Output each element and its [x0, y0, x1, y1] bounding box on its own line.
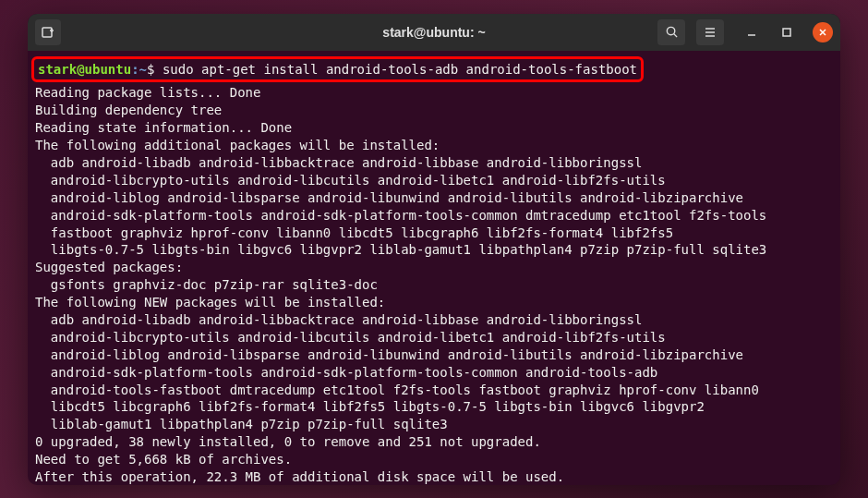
output-line: android-sdk-platform-tools android-sdk-p…: [35, 365, 657, 380]
output-line: android-libcrypto-utils android-libcutil…: [35, 173, 666, 188]
command-text: sudo apt-get install android-tools-adb a…: [154, 62, 637, 77]
output-line: fastboot graphviz hprof-conv libann0 lib…: [35, 225, 673, 240]
svg-rect-9: [783, 29, 790, 36]
svg-rect-0: [42, 28, 52, 37]
output-line: Suggested packages:: [35, 260, 183, 274]
output-line: gsfonts graphviz-doc p7zip-rar sqlite3-d…: [35, 277, 378, 292]
maximize-icon: [781, 27, 792, 38]
svg-point-3: [667, 27, 674, 34]
output-line: android-sdk-platform-tools android-sdk-p…: [35, 208, 766, 223]
output-line: android-tools-fastboot dmtracedump etc1t…: [35, 383, 759, 397]
close-button[interactable]: [813, 22, 833, 43]
svg-line-4: [673, 34, 676, 37]
output-line: adb android-libadb android-libbacktrace …: [35, 312, 642, 327]
output-line: libgts-0.7-5 libgts-bin libgvc6 libgvpr2…: [35, 242, 766, 257]
output-line: Building dependency tree: [35, 103, 222, 117]
search-icon: [665, 25, 679, 39]
output-line: adb android-libadb android-libbacktrace …: [35, 155, 642, 170]
search-button[interactable]: [657, 19, 685, 45]
prompt-path: ~: [139, 62, 147, 77]
output-line: android-libcrypto-utils android-libcutil…: [35, 330, 666, 345]
terminal-window: stark@ubuntu: ~ stark@ubuntu:~$ sud: [28, 14, 840, 485]
titlebar-left: [35, 19, 61, 45]
output-line: The following additional packages will b…: [35, 138, 440, 152]
output-line: The following NEW packages will be insta…: [35, 295, 385, 310]
minimize-icon: [746, 27, 757, 38]
output-line: libcdt5 libcgraph6 libf2fs-format4 libf2…: [35, 399, 705, 414]
close-icon: [818, 28, 827, 37]
prompt-user-host: stark@ubuntu: [38, 62, 131, 77]
output-line: android-liblog android-libsparse android…: [35, 190, 743, 205]
output-line: Reading state information... Done: [35, 120, 292, 135]
hamburger-icon: [704, 26, 717, 39]
new-tab-icon: [41, 25, 55, 40]
minimize-button[interactable]: [742, 23, 761, 42]
window-title: stark@ubuntu: ~: [382, 25, 485, 40]
titlebar: stark@ubuntu: ~: [28, 14, 840, 51]
titlebar-right: [657, 19, 833, 45]
menu-button[interactable]: [696, 19, 724, 45]
terminal-content[interactable]: stark@ubuntu:~$ sudo apt-get install and…: [28, 51, 840, 485]
output-line: Reading package lists... Done: [35, 85, 260, 100]
highlighted-command: stark@ubuntu:~$ sudo apt-get install and…: [31, 56, 644, 83]
output-line: After this operation, 22.3 MB of additio…: [35, 469, 564, 484]
prompt-separator: :: [131, 62, 139, 77]
output-line: liblab-gamut1 libpathplan4 p7zip p7zip-f…: [35, 417, 448, 431]
new-tab-button[interactable]: [35, 19, 61, 45]
window-controls: [742, 22, 833, 43]
output-line: Need to get 5,668 kB of archives.: [35, 452, 292, 467]
maximize-button[interactable]: [778, 23, 796, 42]
output-line: 0 upgraded, 38 newly installed, 0 to rem…: [35, 434, 541, 449]
output-line: android-liblog android-libsparse android…: [35, 347, 743, 362]
